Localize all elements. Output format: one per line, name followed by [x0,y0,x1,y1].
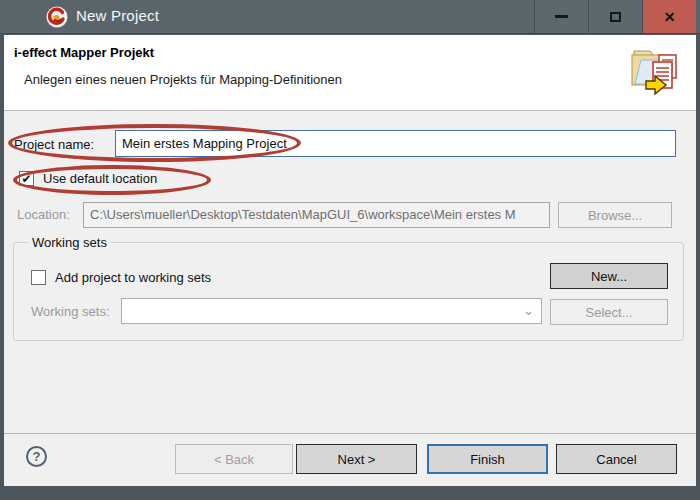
cancel-button[interactable]: Cancel [556,444,677,474]
close-button[interactable]: ✕ [642,0,696,33]
back-button: < Back [175,444,293,474]
add-to-working-sets-label: Add project to working sets [55,270,211,285]
mapper-project-wizard-icon [626,43,690,103]
app-logo-icon [46,6,68,28]
working-sets-group-label: Working sets [28,235,111,250]
new-project-dialog: New Project ✕ i-effect Mapper Projekt An… [0,0,700,500]
dialog-body: Project name: ✔ Use default location Loc… [4,111,696,486]
wizard-header: i-effect Mapper Projekt Anlegen eines ne… [4,35,696,111]
project-name-input[interactable] [115,130,676,157]
finish-button[interactable]: Finish [427,444,548,474]
location-field: C:\Users\mueller\Desktop\Testdaten\MapGU… [83,202,550,228]
project-name-label: Project name: [14,137,94,152]
add-to-working-sets-checkbox[interactable] [31,270,46,285]
window-title: New Project [76,7,159,24]
next-button[interactable]: Next > [296,444,417,474]
minimize-icon [555,15,568,18]
minimize-button[interactable] [534,0,588,33]
working-sets-combo: ⌄ [121,298,542,324]
help-icon: ? [33,449,41,464]
checkmark-icon: ✔ [21,173,31,185]
new-working-set-button[interactable]: New... [550,263,668,289]
help-button[interactable]: ? [26,446,47,467]
maximize-button[interactable] [588,0,642,33]
use-default-location-label: Use default location [43,171,157,186]
chevron-down-icon: ⌄ [523,303,534,318]
maximize-icon [610,12,621,22]
select-working-set-button: Select... [550,299,668,325]
titlebar: New Project ✕ [0,0,700,34]
wizard-title: i-effect Mapper Projekt [14,45,154,60]
close-icon: ✕ [664,10,676,24]
working-sets-combo-label: Working sets: [31,304,110,319]
working-sets-group: Working sets Add project to working sets… [13,242,684,341]
location-label: Location: [17,207,70,222]
footer-separator [4,433,696,434]
wizard-subtitle: Anlegen eines neuen Projekts für Mapping… [24,72,342,87]
browse-button: Browse... [558,202,672,228]
use-default-location-checkbox[interactable]: ✔ [19,171,34,186]
